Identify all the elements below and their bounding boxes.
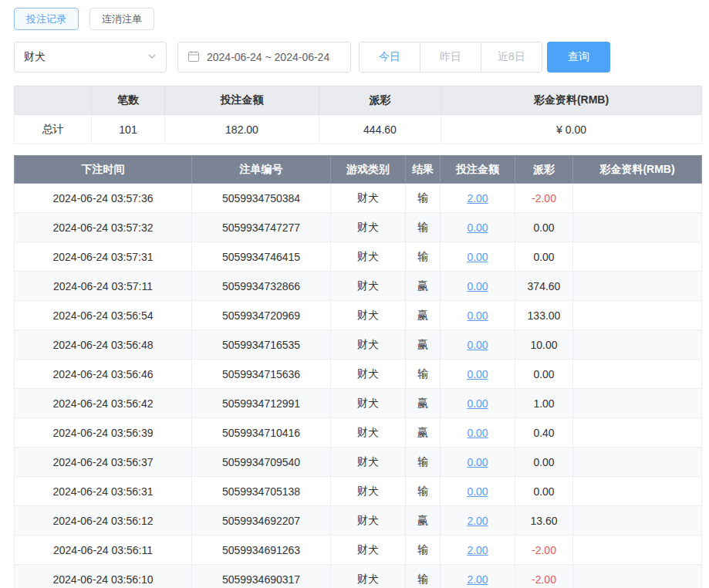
cell-payout: 0.00: [515, 242, 573, 272]
cell-result: 输: [406, 360, 441, 389]
bet-amount-link[interactable]: 2.00: [467, 544, 488, 556]
top-tabs: 投注记录 连消注单: [14, 8, 702, 30]
header-result: 结果: [406, 156, 441, 184]
bet-amount-link[interactable]: 0.00: [467, 368, 488, 380]
cell-bet-amount: 0.00: [441, 448, 515, 477]
table-row: 2024-06-24 03:56:12 5059934692207 财犬 赢 2…: [15, 506, 702, 536]
search-button[interactable]: 查询: [547, 42, 610, 73]
cell-payout: 0.00: [515, 360, 573, 389]
bet-amount-link[interactable]: 2.00: [467, 573, 488, 586]
cell-order-id: 5059934712991: [192, 389, 331, 418]
cell-game-type: 财犬: [331, 301, 406, 330]
cell-payout: 10.00: [515, 330, 573, 360]
cell-payout: 374.60: [515, 272, 573, 301]
bet-amount-link[interactable]: 0.00: [467, 456, 488, 468]
cell-game-type: 财犬: [331, 565, 406, 588]
bet-amount-link[interactable]: 2.00: [467, 515, 488, 527]
cell-game-type: 财犬: [331, 389, 406, 418]
cell-bet-time: 2024-06-24 03:56:42: [15, 389, 192, 418]
cell-bet-time: 2024-06-24 03:57:32: [15, 213, 192, 242]
cell-game-type: 财犬: [331, 418, 406, 448]
cell-bonus: [573, 330, 702, 360]
cell-bonus: [573, 448, 702, 477]
cell-bet-amount: 2.00: [441, 506, 515, 536]
cell-bet-amount: 0.00: [441, 418, 515, 448]
game-select[interactable]: 财犬: [14, 42, 167, 73]
cell-result: 输: [406, 477, 441, 506]
cell-payout: 13.60: [515, 506, 573, 536]
cell-result: 输: [406, 242, 441, 272]
header-bonus: 彩金资料(RMB): [573, 156, 702, 184]
cell-payout: 133.00: [515, 301, 573, 330]
bet-amount-link[interactable]: 0.00: [467, 309, 488, 322]
cell-bonus: [573, 360, 702, 389]
cell-order-id: 5059934750384: [192, 184, 331, 213]
cell-bet-time: 2024-06-24 03:56:12: [15, 506, 192, 536]
cell-bet-time: 2024-06-24 03:56:46: [15, 360, 192, 389]
cell-result: 输: [406, 536, 441, 565]
bet-amount-link[interactable]: 0.00: [467, 485, 488, 498]
cell-payout: 0.00: [515, 448, 573, 477]
cell-order-id: 5059934732866: [192, 272, 331, 301]
bet-amount-link[interactable]: 0.00: [467, 339, 488, 351]
date-range-picker[interactable]: 2024-06-24 ~ 2024-06-24: [177, 42, 351, 73]
header-payout: 派彩: [515, 156, 573, 184]
cell-bet-amount: 0.00: [441, 301, 515, 330]
cell-game-type: 财犬: [331, 448, 406, 477]
cell-order-id: 5059934716535: [192, 330, 331, 360]
cell-order-id: 5059934691263: [192, 536, 331, 565]
cell-game-type: 财犬: [331, 506, 406, 536]
cell-bonus: [573, 184, 702, 213]
summary-header-bet-amount: 投注金额: [165, 86, 319, 115]
cell-bonus: [573, 301, 702, 330]
table-row: 2024-06-24 03:57:32 5059934747277 财犬 输 0…: [15, 213, 702, 242]
summary-header-bonus: 彩金资料(RMB): [441, 86, 702, 115]
quick-date-button-group: 今日 昨日 近8日: [359, 42, 542, 73]
bet-amount-link[interactable]: 0.00: [467, 280, 488, 292]
quick-button-yesterday[interactable]: 昨日: [420, 42, 481, 73]
summary-total-payout: 444.60: [319, 115, 441, 144]
cell-order-id: 5059934715636: [192, 360, 331, 389]
cell-result: 赢: [406, 301, 441, 330]
cell-game-type: 财犬: [331, 242, 406, 272]
bet-amount-link[interactable]: 0.00: [467, 397, 488, 410]
bet-table-body: 2024-06-24 03:57:36 5059934750384 财犬 输 2…: [15, 184, 702, 588]
summary-total-row: 总计 101 182.00 444.60 ¥ 0.00: [15, 115, 702, 144]
cell-order-id: 5059934709540: [192, 448, 331, 477]
cell-bet-amount: 2.00: [441, 536, 515, 565]
bet-amount-link[interactable]: 0.00: [467, 427, 488, 439]
header-bet-time: 下注时间: [15, 156, 192, 184]
cell-payout: 0.00: [515, 213, 573, 242]
table-row: 2024-06-24 03:56:42 5059934712991 财犬 赢 0…: [15, 389, 702, 418]
cell-bet-time: 2024-06-24 03:57:11: [15, 272, 192, 301]
calendar-icon: [187, 50, 200, 65]
summary-header-row: 笔数 投注金额 派彩 彩金资料(RMB): [15, 86, 702, 115]
summary-total-count: 101: [92, 115, 165, 144]
quick-button-last-8-days[interactable]: 近8日: [481, 42, 542, 73]
table-row: 2024-06-24 03:57:31 5059934746415 财犬 输 0…: [15, 242, 702, 272]
cell-order-id: 5059934690317: [192, 565, 331, 588]
bet-amount-link[interactable]: 2.00: [467, 192, 488, 204]
quick-button-today[interactable]: 今日: [359, 42, 420, 73]
cell-order-id: 5059934710416: [192, 418, 331, 448]
summary-header-count: 笔数: [92, 86, 165, 115]
cell-bet-amount: 0.00: [441, 360, 515, 389]
cell-result: 输: [406, 184, 441, 213]
tab-chain-cancel-orders[interactable]: 连消注单: [89, 8, 154, 30]
cell-game-type: 财犬: [331, 213, 406, 242]
header-order-id: 注单编号: [192, 156, 331, 184]
cell-bonus: [573, 565, 702, 588]
bet-amount-link[interactable]: 0.00: [467, 221, 488, 234]
cell-payout: 0.00: [515, 477, 573, 506]
tab-betting-records[interactable]: 投注记录: [14, 8, 79, 30]
cell-bet-time: 2024-06-24 03:56:37: [15, 448, 192, 477]
table-row: 2024-06-24 03:56:48 5059934716535 财犬 赢 0…: [15, 330, 702, 360]
cell-result: 赢: [406, 389, 441, 418]
cell-bonus: [573, 506, 702, 536]
summary-table: 笔数 投注金额 派彩 彩金资料(RMB) 总计 101 182.00 444.6…: [14, 86, 702, 144]
cell-bet-amount: 0.00: [441, 242, 515, 272]
bet-amount-link[interactable]: 0.00: [467, 251, 488, 263]
chevron-down-icon: [147, 51, 157, 63]
cell-result: 赢: [406, 330, 441, 360]
cell-order-id: 5059934692207: [192, 506, 331, 536]
